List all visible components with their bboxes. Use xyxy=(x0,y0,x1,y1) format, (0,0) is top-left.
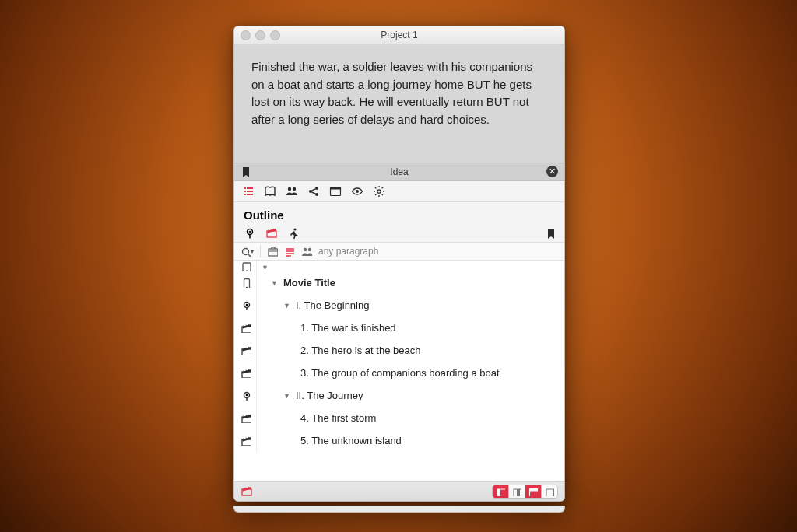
phone-icon xyxy=(241,278,251,288)
idea-text[interactable]: Finished the war, a soldier leaves with … xyxy=(234,44,564,163)
idea-label: Idea xyxy=(234,166,564,177)
tab-location-icon[interactable] xyxy=(244,227,256,240)
outline-view-icon[interactable] xyxy=(242,185,255,198)
layout-icon[interactable] xyxy=(329,185,342,198)
layout-right-panel[interactable] xyxy=(541,485,557,498)
main-toolbar xyxy=(234,181,564,202)
bookmark-outline-icon[interactable] xyxy=(546,228,556,239)
outline-tabs xyxy=(234,225,564,243)
clapper-icon xyxy=(241,345,251,355)
pin-icon xyxy=(241,390,251,401)
outline-label: Movie Title xyxy=(283,277,335,289)
outline-row-scene[interactable]: 2. The hero is at the beach xyxy=(234,339,564,362)
clapper-icon xyxy=(241,368,251,378)
outline-label: II. The Journey xyxy=(296,390,363,401)
outline-label: 1. The war is finished xyxy=(300,322,396,334)
search-icon[interactable]: ▾ xyxy=(241,247,254,257)
book-view-icon[interactable] xyxy=(264,185,276,198)
outline-row-act2[interactable]: ▼II. The Journey xyxy=(234,384,564,407)
tab-action-icon[interactable] xyxy=(287,227,300,240)
outline-row-scene[interactable]: 3. The group of companions boarding a bo… xyxy=(234,362,564,384)
clapper-icon xyxy=(241,436,251,446)
people-icon[interactable] xyxy=(286,185,298,198)
filter-people-icon[interactable] xyxy=(301,246,312,257)
app-window: Project 1 Finished the war, a soldier le… xyxy=(233,26,565,502)
outline-label: 5. The unknown island xyxy=(300,435,402,446)
close-icon[interactable]: ✕ xyxy=(546,166,558,177)
outline-label: 4. The first storm xyxy=(300,412,376,424)
layout-segmented[interactable] xyxy=(492,485,558,499)
outline-row-scene[interactable]: 5. The unknown island xyxy=(234,429,564,452)
outline-row-scene[interactable]: 1. The war is finished xyxy=(234,317,564,339)
titlebar[interactable]: Project 1 xyxy=(234,26,564,44)
footer-clapper-icon[interactable] xyxy=(241,485,253,498)
layout-center-panel[interactable] xyxy=(508,485,525,498)
outline-row-project[interactable]: ▼ xyxy=(234,261,564,271)
filter-row: ▾ any paragraph xyxy=(234,243,564,261)
outline-label: I. The Beginning xyxy=(296,299,369,311)
preview-icon[interactable] xyxy=(351,185,363,198)
clapper-icon xyxy=(241,413,251,423)
outline-row-root[interactable]: ▼Movie Title xyxy=(234,271,564,294)
settings-icon[interactable] xyxy=(373,185,385,198)
window-title: Project 1 xyxy=(234,30,564,40)
filter-box-icon[interactable] xyxy=(267,246,278,257)
outline-label: 2. The hero is at the beach xyxy=(300,345,420,356)
outline-row-scene[interactable]: 4. The first storm xyxy=(234,407,564,429)
tab-scene-icon[interactable] xyxy=(265,227,278,240)
share-icon[interactable] xyxy=(307,185,320,198)
outline-tree[interactable]: ▼ ▼Movie Title ▼I. The Beginning 1. The … xyxy=(234,261,564,481)
footer xyxy=(234,481,564,501)
window-shadow-strip xyxy=(233,506,565,513)
clapper-icon xyxy=(241,323,251,333)
filter-lines-icon[interactable] xyxy=(284,246,295,257)
outline-label: 3. The group of companions boarding a bo… xyxy=(300,367,500,379)
pin-icon xyxy=(241,300,251,310)
layout-card-panel[interactable] xyxy=(525,485,541,498)
outline-row-act1[interactable]: ▼I. The Beginning xyxy=(234,294,564,317)
idea-bar: Idea ✕ xyxy=(234,163,564,181)
layout-left-panel[interactable] xyxy=(493,485,508,498)
filter-placeholder[interactable]: any paragraph xyxy=(318,246,378,257)
section-title: Outline xyxy=(234,202,564,225)
